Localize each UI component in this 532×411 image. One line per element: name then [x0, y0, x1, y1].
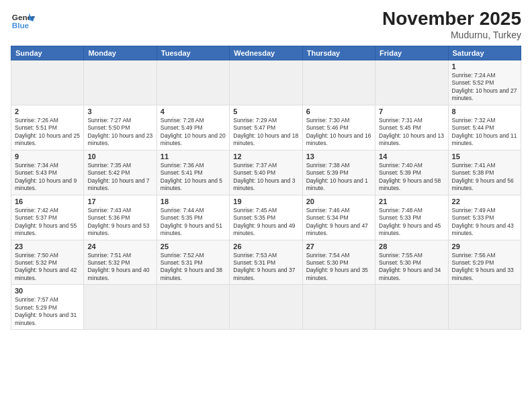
- calendar-cell: 16Sunrise: 7:42 AM Sunset: 5:37 PM Dayli…: [11, 195, 84, 240]
- logo-icon: General Blue: [11, 8, 35, 32]
- day-number: 2: [15, 107, 80, 116]
- weekday-header-row: Sunday Monday Tuesday Wednesday Thursday…: [11, 46, 521, 60]
- header-wednesday: Wednesday: [230, 46, 302, 60]
- day-number: 15: [452, 152, 517, 161]
- calendar-cell: 25Sunrise: 7:52 AM Sunset: 5:31 PM Dayli…: [157, 240, 229, 285]
- day-number: 23: [15, 242, 80, 250]
- calendar-cell: [375, 285, 448, 330]
- day-info: Sunrise: 7:38 AM Sunset: 5:39 PM Dayligh…: [306, 162, 371, 193]
- calendar-table: Sunday Monday Tuesday Wednesday Thursday…: [11, 46, 521, 330]
- calendar-week-row: 30Sunrise: 7:57 AM Sunset: 5:29 PM Dayli…: [11, 285, 521, 330]
- day-info: Sunrise: 7:50 AM Sunset: 5:32 PM Dayligh…: [15, 252, 80, 283]
- calendar-cell: [84, 285, 157, 330]
- day-number: 14: [379, 152, 444, 161]
- day-info: Sunrise: 7:49 AM Sunset: 5:33 PM Dayligh…: [452, 207, 517, 238]
- calendar-cell: 22Sunrise: 7:49 AM Sunset: 5:33 PM Dayli…: [448, 195, 521, 240]
- day-info: Sunrise: 7:30 AM Sunset: 5:46 PM Dayligh…: [306, 117, 371, 148]
- calendar-cell: [302, 285, 375, 330]
- day-info: Sunrise: 7:26 AM Sunset: 5:51 PM Dayligh…: [15, 117, 80, 148]
- calendar-cell: 12Sunrise: 7:37 AM Sunset: 5:40 PM Dayli…: [230, 150, 302, 195]
- day-info: Sunrise: 7:35 AM Sunset: 5:42 PM Dayligh…: [87, 162, 152, 193]
- day-info: Sunrise: 7:31 AM Sunset: 5:45 PM Dayligh…: [379, 117, 444, 148]
- calendar-cell: [375, 60, 448, 105]
- day-number: 8: [452, 107, 517, 116]
- calendar-cell: 7Sunrise: 7:31 AM Sunset: 5:45 PM Daylig…: [375, 105, 448, 150]
- svg-text:Blue: Blue: [12, 21, 30, 30]
- calendar-cell: 13Sunrise: 7:38 AM Sunset: 5:39 PM Dayli…: [302, 150, 375, 195]
- header: General Blue November 2025 Mudurnu, Turk…: [11, 8, 521, 40]
- day-info: Sunrise: 7:37 AM Sunset: 5:40 PM Dayligh…: [233, 162, 298, 193]
- day-number: 16: [15, 197, 80, 205]
- calendar-cell: 23Sunrise: 7:50 AM Sunset: 5:32 PM Dayli…: [11, 240, 84, 285]
- calendar-week-row: 2Sunrise: 7:26 AM Sunset: 5:51 PM Daylig…: [11, 105, 521, 150]
- day-info: Sunrise: 7:55 AM Sunset: 5:30 PM Dayligh…: [379, 252, 444, 283]
- calendar-cell: 28Sunrise: 7:55 AM Sunset: 5:30 PM Dayli…: [375, 240, 448, 285]
- calendar-cell: 14Sunrise: 7:40 AM Sunset: 5:39 PM Dayli…: [375, 150, 448, 195]
- calendar-cell: [157, 60, 229, 105]
- day-number: 3: [87, 107, 152, 116]
- header-tuesday: Tuesday: [157, 46, 229, 60]
- day-info: Sunrise: 7:43 AM Sunset: 5:36 PM Dayligh…: [87, 207, 152, 238]
- day-number: 9: [15, 152, 80, 161]
- day-number: 5: [233, 107, 298, 116]
- calendar-cell: 20Sunrise: 7:46 AM Sunset: 5:34 PM Dayli…: [302, 195, 375, 240]
- day-info: Sunrise: 7:32 AM Sunset: 5:44 PM Dayligh…: [452, 117, 517, 148]
- day-info: Sunrise: 7:34 AM Sunset: 5:43 PM Dayligh…: [15, 162, 80, 193]
- day-info: Sunrise: 7:24 AM Sunset: 5:52 PM Dayligh…: [452, 72, 517, 103]
- day-number: 25: [161, 242, 226, 250]
- calendar-cell: 3Sunrise: 7:27 AM Sunset: 5:50 PM Daylig…: [84, 105, 157, 150]
- calendar-cell: [230, 285, 302, 330]
- calendar-cell: [11, 60, 84, 105]
- day-number: 30: [15, 287, 80, 295]
- day-info: Sunrise: 7:42 AM Sunset: 5:37 PM Dayligh…: [15, 207, 80, 238]
- calendar-cell: 6Sunrise: 7:30 AM Sunset: 5:46 PM Daylig…: [302, 105, 375, 150]
- day-number: 22: [452, 197, 517, 205]
- calendar-cell: [448, 285, 521, 330]
- calendar-cell: 15Sunrise: 7:41 AM Sunset: 5:38 PM Dayli…: [448, 150, 521, 195]
- calendar-cell: 8Sunrise: 7:32 AM Sunset: 5:44 PM Daylig…: [448, 105, 521, 150]
- day-number: 28: [379, 242, 444, 250]
- day-number: 18: [161, 197, 226, 205]
- calendar-cell: 24Sunrise: 7:51 AM Sunset: 5:32 PM Dayli…: [84, 240, 157, 285]
- day-number: 1: [452, 62, 517, 71]
- header-sunday: Sunday: [11, 46, 84, 60]
- calendar-cell: 1Sunrise: 7:24 AM Sunset: 5:52 PM Daylig…: [448, 60, 521, 105]
- calendar-cell: 11Sunrise: 7:36 AM Sunset: 5:41 PM Dayli…: [157, 150, 229, 195]
- day-number: 7: [379, 107, 444, 116]
- calendar-cell: [230, 60, 302, 105]
- day-number: 12: [233, 152, 298, 161]
- day-info: Sunrise: 7:45 AM Sunset: 5:35 PM Dayligh…: [233, 207, 298, 238]
- header-friday: Friday: [375, 46, 448, 60]
- calendar-week-row: 16Sunrise: 7:42 AM Sunset: 5:37 PM Dayli…: [11, 195, 521, 240]
- page: General Blue November 2025 Mudurnu, Turk…: [0, 0, 532, 411]
- header-thursday: Thursday: [302, 46, 375, 60]
- calendar-cell: 10Sunrise: 7:35 AM Sunset: 5:42 PM Dayli…: [84, 150, 157, 195]
- day-number: 27: [306, 242, 371, 250]
- calendar-week-row: 9Sunrise: 7:34 AM Sunset: 5:43 PM Daylig…: [11, 150, 521, 195]
- day-info: Sunrise: 7:54 AM Sunset: 5:30 PM Dayligh…: [306, 252, 371, 283]
- calendar-cell: 21Sunrise: 7:48 AM Sunset: 5:33 PM Dayli…: [375, 195, 448, 240]
- day-number: 4: [161, 107, 226, 116]
- day-number: 26: [233, 242, 298, 250]
- day-info: Sunrise: 7:36 AM Sunset: 5:41 PM Dayligh…: [161, 162, 226, 193]
- header-monday: Monday: [84, 46, 157, 60]
- day-number: 29: [452, 242, 517, 250]
- day-info: Sunrise: 7:28 AM Sunset: 5:49 PM Dayligh…: [161, 117, 226, 148]
- day-info: Sunrise: 7:41 AM Sunset: 5:38 PM Dayligh…: [452, 162, 517, 193]
- day-info: Sunrise: 7:29 AM Sunset: 5:47 PM Dayligh…: [233, 117, 298, 148]
- day-info: Sunrise: 7:53 AM Sunset: 5:31 PM Dayligh…: [233, 252, 298, 283]
- calendar-cell: 2Sunrise: 7:26 AM Sunset: 5:51 PM Daylig…: [11, 105, 84, 150]
- day-number: 24: [87, 242, 152, 250]
- day-info: Sunrise: 7:44 AM Sunset: 5:35 PM Dayligh…: [161, 207, 226, 238]
- day-number: 6: [306, 107, 371, 116]
- day-info: Sunrise: 7:56 AM Sunset: 5:29 PM Dayligh…: [452, 252, 517, 283]
- day-info: Sunrise: 7:52 AM Sunset: 5:31 PM Dayligh…: [161, 252, 226, 283]
- calendar-cell: 5Sunrise: 7:29 AM Sunset: 5:47 PM Daylig…: [230, 105, 302, 150]
- calendar-cell: 26Sunrise: 7:53 AM Sunset: 5:31 PM Dayli…: [230, 240, 302, 285]
- day-info: Sunrise: 7:27 AM Sunset: 5:50 PM Dayligh…: [87, 117, 152, 148]
- day-number: 20: [306, 197, 371, 205]
- day-info: Sunrise: 7:40 AM Sunset: 5:39 PM Dayligh…: [379, 162, 444, 193]
- logo: General Blue: [11, 8, 35, 32]
- calendar-cell: [84, 60, 157, 105]
- calendar-cell: 4Sunrise: 7:28 AM Sunset: 5:49 PM Daylig…: [157, 105, 229, 150]
